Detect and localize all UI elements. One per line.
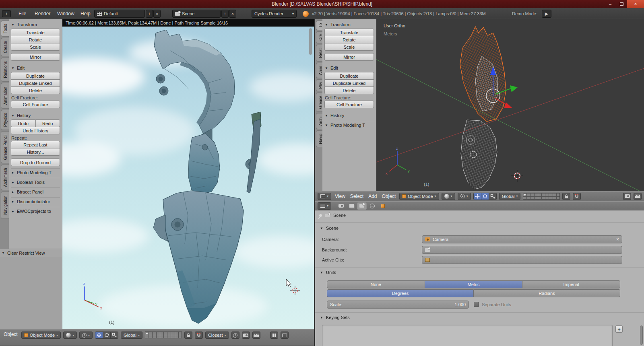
wireframe-viewport[interactable]: z y x User Ortho Meters (1) xyxy=(376,19,644,191)
menu-file[interactable]: File xyxy=(17,8,28,19)
mirror-button[interactable]: Mirror xyxy=(324,53,374,61)
mirror-button[interactable]: Mirror xyxy=(11,53,60,61)
pause-button[interactable] xyxy=(270,332,278,339)
scene-select[interactable]: Scene xyxy=(172,10,221,18)
panel-header-units[interactable]: ▼ Units xyxy=(320,270,336,275)
tab-navigation[interactable]: Navigation xyxy=(1,192,9,219)
screencast-icon[interactable] xyxy=(281,332,289,339)
viewport-shading-select[interactable]: ▾ xyxy=(442,193,455,200)
lock-icon[interactable] xyxy=(184,332,192,339)
rotate-button[interactable]: Rotate xyxy=(11,36,60,43)
units-none-button[interactable]: None xyxy=(327,280,425,288)
close-button[interactable]: × xyxy=(627,0,644,8)
orientation-select[interactable]: Global ▾ xyxy=(499,193,521,200)
menu-help[interactable]: Help xyxy=(79,8,92,19)
background-field[interactable] xyxy=(422,246,622,254)
tab-scene[interactable] xyxy=(357,202,367,210)
properties-scrollbar[interactable] xyxy=(640,325,643,345)
tab-create[interactable]: Create xyxy=(1,38,9,56)
panel-header-transform[interactable]: ▼Transform xyxy=(11,21,60,28)
minimize-button[interactable]: – xyxy=(605,0,616,8)
orientation-select[interactable]: Global ▾ xyxy=(121,332,142,339)
tab-render-layers[interactable] xyxy=(347,202,356,210)
pivot-select[interactable]: ▾ xyxy=(458,193,471,200)
active-clip-field[interactable] xyxy=(422,256,622,264)
viewport-shading-select[interactable]: ▾ xyxy=(63,332,77,339)
duplicate-linked-button[interactable]: Duplicate Linked xyxy=(11,79,60,87)
tab-physics[interactable]: Physics xyxy=(1,110,9,130)
rotate-manipulator-icon[interactable] xyxy=(103,332,111,339)
units-imperial-button[interactable]: Imperial xyxy=(522,280,620,288)
panel-header-boolean-tools[interactable]: ►Boolean Tools xyxy=(11,178,60,185)
menu-window[interactable]: Window xyxy=(56,8,76,19)
snap-target-select[interactable]: Closest ▾ xyxy=(205,332,229,339)
translate-manipulator-icon[interactable] xyxy=(95,332,103,339)
undo-button[interactable]: Undo xyxy=(11,119,36,127)
panel-header-keying-sets[interactable]: ▼ Keying Sets xyxy=(320,315,350,320)
panel-header-photo-modeling[interactable]: ▼Photo Modeling T xyxy=(324,121,374,128)
tab-world[interactable] xyxy=(367,202,377,210)
tab-object[interactable] xyxy=(378,202,388,210)
snap-peel-icon[interactable] xyxy=(231,332,239,339)
snap-magnet-icon[interactable] xyxy=(195,332,203,339)
delete-button[interactable]: Delete xyxy=(11,86,60,94)
rotate-button[interactable]: Rotate xyxy=(324,36,374,43)
translate-button[interactable]: Translate xyxy=(11,29,60,36)
editor-type-select[interactable]: ▾ xyxy=(318,193,331,200)
duplicate-button[interactable]: Duplicate xyxy=(11,72,60,80)
panel-header-btrace[interactable]: ►Btrace: Panel xyxy=(11,187,60,195)
duplicate-linked-button[interactable]: Duplicate Linked xyxy=(324,79,374,87)
rotate-manipulator-icon[interactable] xyxy=(481,193,489,200)
render-still-icon[interactable] xyxy=(242,332,250,339)
pin-icon[interactable] xyxy=(319,213,323,217)
scale-button[interactable]: Scale xyxy=(11,43,60,51)
pivot-select[interactable]: ▾ xyxy=(79,332,93,339)
add-layout-button[interactable]: + xyxy=(146,10,153,18)
panel-header-ewocprojects[interactable]: ►EWOCprojects to xyxy=(11,207,60,214)
camera-field[interactable]: Camera × xyxy=(422,235,622,243)
scale-button[interactable]: Scale xyxy=(324,43,374,51)
view-menu[interactable]: View xyxy=(334,194,347,199)
layers-widget[interactable] xyxy=(145,332,182,338)
redo-button[interactable]: Redo xyxy=(35,119,60,127)
separate-units-checkbox[interactable] xyxy=(474,302,479,307)
panel-header-history[interactable]: ▼History xyxy=(11,112,60,119)
add-menu[interactable]: Add xyxy=(367,194,378,199)
select-menu[interactable]: Select xyxy=(349,194,365,199)
undo-history-button[interactable]: Undo History xyxy=(11,127,60,134)
units-metric-button[interactable]: Metric xyxy=(425,280,523,288)
duplicate-button[interactable]: Duplicate xyxy=(324,72,374,80)
viewport-render-anim-icon[interactable] xyxy=(634,193,642,200)
add-keying-set-button[interactable]: + xyxy=(615,325,623,333)
delete-button[interactable]: Delete xyxy=(324,86,374,94)
units-degrees-button[interactable]: Degrees xyxy=(327,289,474,297)
scale-manipulator-icon[interactable] xyxy=(489,193,497,200)
mode-select[interactable]: Object Mode ▾ xyxy=(399,193,439,200)
drop-to-ground-button[interactable]: Drop to Ground xyxy=(11,159,60,166)
rendered-viewport[interactable]: z y x (1) xyxy=(62,27,314,329)
scale-manipulator-icon[interactable] xyxy=(110,332,118,339)
info-icon[interactable]: i xyxy=(2,10,11,17)
keying-sets-list[interactable] xyxy=(322,325,613,346)
translate-manipulator-icon[interactable] xyxy=(473,193,481,200)
history-popup-button[interactable]: History... xyxy=(11,148,60,156)
tab-render[interactable] xyxy=(336,202,346,210)
delete-scene-button[interactable]: × xyxy=(229,10,236,18)
repeat-last-button[interactable]: Repeat Last xyxy=(11,141,60,148)
panel-header-photo-modeling[interactable]: ►Photo Modeling T xyxy=(11,168,60,176)
object-menu[interactable]: Object xyxy=(2,332,19,337)
unit-scale-slider[interactable]: Scale: 1.000 xyxy=(327,301,469,309)
panel-header-history[interactable]: ▼History xyxy=(324,112,374,119)
translate-button[interactable]: Translate xyxy=(324,29,374,36)
panel-header-edit[interactable]: ▼Edit xyxy=(11,65,60,71)
snap-magnet-icon[interactable] xyxy=(573,193,581,200)
render-anim-icon[interactable] xyxy=(252,332,260,339)
cell-fracture-button[interactable]: Cell Fracture xyxy=(324,101,374,108)
screen-layout-select[interactable]: Default xyxy=(94,10,145,18)
tab-relations[interactable]: Relations xyxy=(1,58,9,82)
cell-fracture-button[interactable]: Cell Fracture xyxy=(11,101,60,108)
mode-select[interactable]: Object Mode ▾ xyxy=(21,332,61,339)
add-scene-button[interactable]: + xyxy=(221,10,229,18)
tab-grease-pencil[interactable]: Grease Pencil xyxy=(1,131,9,163)
editor-type-select[interactable]: ▾ xyxy=(318,202,331,210)
